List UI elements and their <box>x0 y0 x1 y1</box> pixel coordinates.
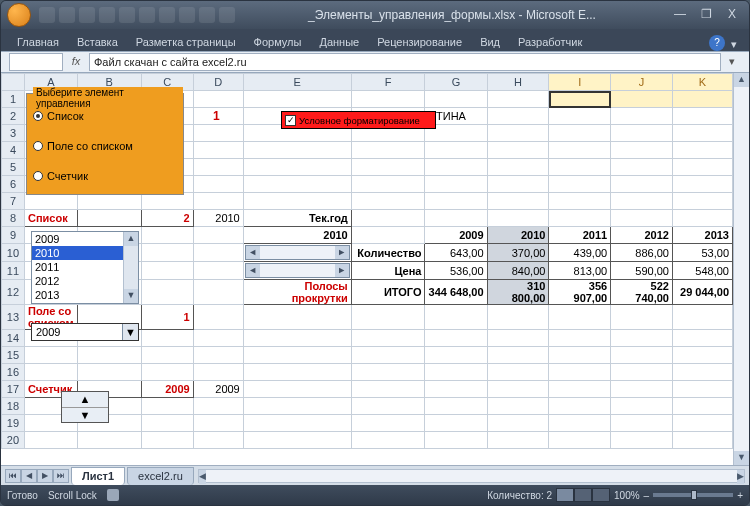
cell[interactable] <box>487 142 549 159</box>
tab-review[interactable]: Рецензирование <box>369 33 470 51</box>
cell[interactable] <box>243 176 351 193</box>
cell[interactable] <box>351 305 425 330</box>
cell[interactable] <box>193 280 243 305</box>
cell[interactable]: 813,00 <box>549 262 611 280</box>
cell[interactable] <box>672 193 732 210</box>
cell[interactable] <box>193 159 243 176</box>
cell[interactable] <box>351 364 425 381</box>
cell[interactable] <box>672 176 732 193</box>
cell[interactable]: 886,00 <box>611 244 673 262</box>
cell[interactable] <box>141 244 193 262</box>
cell[interactable] <box>425 210 487 227</box>
radio-combobox[interactable]: Поле со списком <box>33 140 133 152</box>
cell[interactable]: 2010 <box>487 227 549 244</box>
cell[interactable]: 643,00 <box>425 244 487 262</box>
cell[interactable] <box>141 364 193 381</box>
cell[interactable] <box>193 432 243 449</box>
cell[interactable] <box>549 381 611 398</box>
cell[interactable] <box>351 227 425 244</box>
cell[interactable]: 2013 <box>672 227 732 244</box>
help-icon[interactable]: ? <box>709 35 725 51</box>
row-header[interactable]: 15 <box>2 347 25 364</box>
cell[interactable] <box>611 91 673 108</box>
sheet-tab[interactable]: excel2.ru <box>127 467 194 485</box>
qat-btn-icon[interactable] <box>199 7 215 23</box>
cell[interactable] <box>611 330 673 347</box>
cell[interactable] <box>77 432 141 449</box>
cell[interactable]: 29 044,00 <box>672 280 732 305</box>
cell[interactable] <box>425 347 487 364</box>
cell[interactable] <box>672 432 732 449</box>
zoom-out-icon[interactable]: – <box>644 490 650 501</box>
cell[interactable] <box>193 398 243 415</box>
cell[interactable] <box>672 330 732 347</box>
column-header[interactable]: E <box>243 74 351 91</box>
view-pagelayout-icon[interactable] <box>574 488 592 502</box>
cell[interactable] <box>243 305 351 330</box>
cell[interactable] <box>611 159 673 176</box>
scroll-right-icon[interactable]: ► <box>335 264 349 277</box>
cell[interactable] <box>351 142 425 159</box>
cell[interactable] <box>549 176 611 193</box>
cell[interactable]: 2012 <box>611 227 673 244</box>
cell[interactable] <box>487 125 549 142</box>
cell[interactable]: 2009 <box>141 381 193 398</box>
cell[interactable] <box>549 108 611 125</box>
sheet-nav-prev-icon[interactable]: ◀ <box>21 469 37 483</box>
cell[interactable] <box>672 347 732 364</box>
cell[interactable] <box>549 398 611 415</box>
cell[interactable]: ◄► <box>243 244 351 262</box>
cell[interactable] <box>351 330 425 347</box>
cell[interactable] <box>243 91 351 108</box>
cell[interactable] <box>549 415 611 432</box>
cell[interactable] <box>425 415 487 432</box>
cell[interactable] <box>141 432 193 449</box>
cell[interactable] <box>425 193 487 210</box>
cell[interactable] <box>243 381 351 398</box>
ribbon-dropdown-icon[interactable]: ▾ <box>727 38 741 51</box>
combobox-years[interactable]: 2009 ▼ <box>31 323 139 341</box>
name-box[interactable] <box>9 53 63 71</box>
row-header[interactable]: 16 <box>2 364 25 381</box>
row-header[interactable]: 5 <box>2 159 25 176</box>
cell[interactable] <box>193 91 243 108</box>
cell[interactable] <box>77 364 141 381</box>
cell[interactable] <box>193 262 243 280</box>
cell[interactable] <box>243 347 351 364</box>
cell[interactable]: 840,00 <box>487 262 549 280</box>
cell[interactable]: Количество <box>351 244 425 262</box>
office-button[interactable] <box>7 3 31 27</box>
cell[interactable] <box>243 364 351 381</box>
row-header[interactable]: 11 <box>2 262 25 280</box>
cell[interactable] <box>77 193 141 210</box>
cell[interactable] <box>141 415 193 432</box>
cell[interactable]: 522 740,00 <box>611 280 673 305</box>
cell[interactable] <box>193 193 243 210</box>
row-header[interactable]: 20 <box>2 432 25 449</box>
cell[interactable] <box>24 347 77 364</box>
close-button[interactable]: X <box>721 6 743 24</box>
column-header[interactable]: K <box>672 74 732 91</box>
cell[interactable] <box>611 432 673 449</box>
scroll-track[interactable] <box>734 87 749 451</box>
cell[interactable] <box>243 398 351 415</box>
cell[interactable] <box>487 193 549 210</box>
cell[interactable] <box>425 305 487 330</box>
cell[interactable] <box>672 364 732 381</box>
cell[interactable] <box>611 381 673 398</box>
cell[interactable] <box>351 432 425 449</box>
cell[interactable] <box>487 210 549 227</box>
row-header[interactable]: 17 <box>2 381 25 398</box>
listbox-years[interactable]: 2009 2010 2011 2012 2013 ▲ ▼ <box>31 231 139 304</box>
spinner-up-icon[interactable]: ▲ <box>62 392 108 408</box>
minimize-button[interactable]: — <box>669 6 691 24</box>
cell[interactable]: Список <box>24 210 77 227</box>
cell[interactable] <box>672 210 732 227</box>
cell[interactable] <box>351 347 425 364</box>
cell[interactable] <box>141 227 193 244</box>
cell[interactable] <box>611 364 673 381</box>
cell[interactable]: 310 800,00 <box>487 280 549 305</box>
cell[interactable] <box>425 159 487 176</box>
row-header[interactable]: 2 <box>2 108 25 125</box>
scroll-left-icon[interactable]: ◄ <box>246 246 260 259</box>
